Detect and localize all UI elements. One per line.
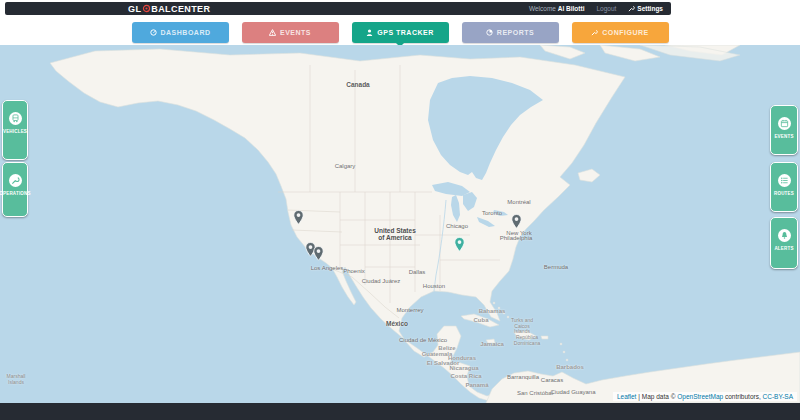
welcome-text: Welcome Al Bilotti [529,5,585,12]
map-marker[interactable] [454,237,465,256]
tab-configure[interactable]: CONFIGURE [572,22,669,43]
tab-label: EVENTS [280,29,311,36]
logo-text-bold: CENTER [171,4,210,14]
map-marker[interactable] [313,246,324,265]
logout-link[interactable]: Logout [596,5,616,12]
settings-label: Settings [637,5,663,12]
basemap [0,45,800,403]
user-name: Al Bilotti [558,5,585,12]
bus-icon [9,112,22,125]
gps-tracker-app: GLBALCENTER Welcome Al Bilotti Logout Se… [0,0,800,420]
panel-label: ROUTES [774,191,794,196]
tab-label: DASHBOARD [161,29,211,36]
map-marker[interactable] [511,214,522,233]
attribution-text: | Map data © [636,393,677,400]
map-container[interactable]: CanadaUnited States of AmericaMéxicoCalg… [0,45,800,403]
events-panel-button[interactable]: EVENTS [770,105,798,155]
panel-label: EVENTS [774,134,793,139]
gauge-icon [150,29,157,36]
app-header: GLBALCENTER Welcome Al Bilotti Logout Se… [5,2,671,15]
logo-target-icon [142,4,151,13]
tab-label: GPS TRACKER [377,29,433,36]
panel-label: OPERATIONS [0,191,31,196]
panel-label: VEHICLES [3,129,27,134]
app-logo[interactable]: GLBALCENTER [128,2,210,15]
logo-text-pre: GL [128,4,141,14]
route-icon [778,174,791,187]
map-marker[interactable] [293,210,304,229]
wrench-icon [9,174,22,187]
tab-label: CONFIGURE [602,29,649,36]
map-attribution: Leaflet | Map data © OpenStreetMap contr… [613,392,797,401]
tab-label: REPORTS [497,29,534,36]
calendar-icon [778,117,791,130]
tab-reports[interactable]: REPORTS [462,22,559,43]
tab-gps-tracker[interactable]: GPS TRACKER [352,22,449,43]
vehicles-panel-button[interactable]: VEHICLES [2,100,28,160]
warning-icon [269,29,276,36]
logo-text-mid: BAL [151,4,171,14]
pie-icon [486,29,493,36]
settings-button[interactable]: Settings [628,5,663,13]
wrench-icon [591,29,598,36]
alerts-panel-button[interactable]: ALERTS [770,217,798,269]
bell-icon [778,229,791,242]
tab-events[interactable]: EVENTS [242,22,339,43]
panel-label: ALERTS [774,246,793,251]
app-footer [0,403,800,420]
header-user-area: Welcome Al Bilotti Logout Settings [529,2,663,15]
person-icon [366,29,373,36]
operations-panel-button[interactable]: OPERATIONS [2,162,28,217]
attribution-text: contributors, [723,393,762,400]
osm-link[interactable]: OpenStreetMap [677,393,723,400]
wrench-icon [628,5,635,13]
main-nav: DASHBOARD EVENTS GPS TRACKER REPORTS CON… [0,16,800,45]
tab-dashboard[interactable]: DASHBOARD [132,22,229,43]
license-link[interactable]: CC-BY-SA [763,393,793,400]
leaflet-link[interactable]: Leaflet [617,393,637,400]
routes-panel-button[interactable]: ROUTES [770,162,798,212]
